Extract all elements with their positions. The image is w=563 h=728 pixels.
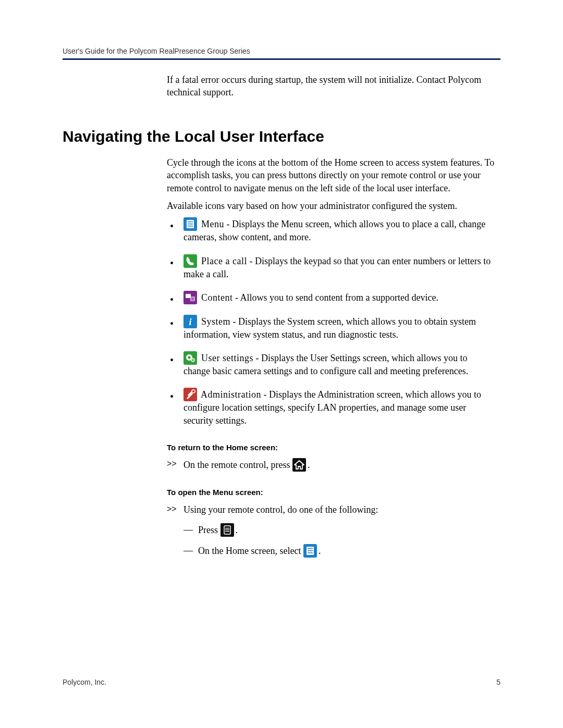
svg-rect-30 xyxy=(308,550,313,551)
svg-rect-26 xyxy=(225,531,229,532)
svg-text:i: i xyxy=(189,317,191,327)
phone-icon xyxy=(183,254,197,268)
step-text: . xyxy=(319,546,321,556)
list-item: Place a call - Displays the keypad so th… xyxy=(167,254,495,280)
svg-point-18 xyxy=(192,360,194,361)
procedure-heading: To open the Menu screen: xyxy=(167,487,495,498)
body-paragraph: Cycle through the icons at the bottom of… xyxy=(167,156,495,194)
svg-rect-25 xyxy=(225,529,229,530)
page-number: 5 xyxy=(496,678,500,686)
term: Content xyxy=(199,292,233,303)
list-item: i System - Displays the System screen, w… xyxy=(167,315,495,341)
info-icon: i xyxy=(183,315,197,328)
svg-rect-11 xyxy=(191,300,194,300)
svg-rect-4 xyxy=(188,226,193,227)
menu-button-icon xyxy=(221,523,234,537)
description: - Allows you to send content from a supp… xyxy=(233,292,438,303)
procedure-step: On the remote control, press . xyxy=(167,458,495,472)
term: Administration xyxy=(199,389,261,400)
intro-paragraph: If a fatal error occurs during startup, … xyxy=(167,73,495,99)
section-heading: Navigating the Local User Interface xyxy=(63,126,495,147)
footer-left: Polycom, Inc. xyxy=(63,678,106,686)
description: - Displays the Menu screen, which allows… xyxy=(183,219,485,242)
term: System xyxy=(199,316,230,327)
svg-rect-7 xyxy=(186,294,191,298)
page-footer: Polycom, Inc. 5 xyxy=(63,678,500,686)
svg-rect-24 xyxy=(225,528,229,528)
step-text: Press xyxy=(198,525,221,535)
icon-list: Menu - Displays the Menu screen, which a… xyxy=(167,217,495,427)
procedure-step: Using your remote control, do one of the… xyxy=(167,503,495,516)
running-header: User's Guide for the Polycom RealPresenc… xyxy=(63,47,500,58)
menu-icon xyxy=(303,544,317,558)
svg-point-20 xyxy=(192,390,195,393)
content-icon xyxy=(183,291,197,304)
list-item: Menu - Displays the Menu screen, which a… xyxy=(167,217,495,243)
svg-rect-2 xyxy=(188,221,193,223)
svg-point-16 xyxy=(188,356,191,359)
body-paragraph: Available icons vary based on how your a… xyxy=(167,200,495,212)
svg-rect-5 xyxy=(183,254,197,268)
procedure-substep: On the Home screen, select . xyxy=(167,544,495,558)
svg-rect-31 xyxy=(308,552,313,553)
term: Place a call xyxy=(199,256,247,266)
step-text: . xyxy=(236,525,238,535)
svg-rect-9 xyxy=(191,298,194,298)
content-column: If a fatal error occurs during startup, … xyxy=(63,60,500,558)
svg-rect-10 xyxy=(191,299,194,299)
gear-icon xyxy=(183,351,197,365)
menu-icon xyxy=(183,217,197,231)
svg-rect-29 xyxy=(308,548,313,549)
home-icon xyxy=(292,458,306,472)
procedure-heading: To return to the Home screen: xyxy=(167,442,495,453)
list-item: Administration - Displays the Administra… xyxy=(167,388,495,427)
term: User settings xyxy=(199,353,253,363)
page: User's Guide for the Polycom RealPresenc… xyxy=(0,0,563,728)
list-item: User settings - Displays the User Settin… xyxy=(167,351,495,377)
step-text: . xyxy=(308,460,310,470)
tools-icon xyxy=(183,388,197,401)
term: Menu xyxy=(199,219,224,229)
procedure-substep: Press . xyxy=(167,523,495,537)
svg-rect-3 xyxy=(188,224,193,225)
list-item: Content - Allows you to send content fro… xyxy=(167,291,495,304)
step-text: On the Home screen, select xyxy=(198,546,303,556)
step-text: On the remote control, press xyxy=(183,460,292,470)
